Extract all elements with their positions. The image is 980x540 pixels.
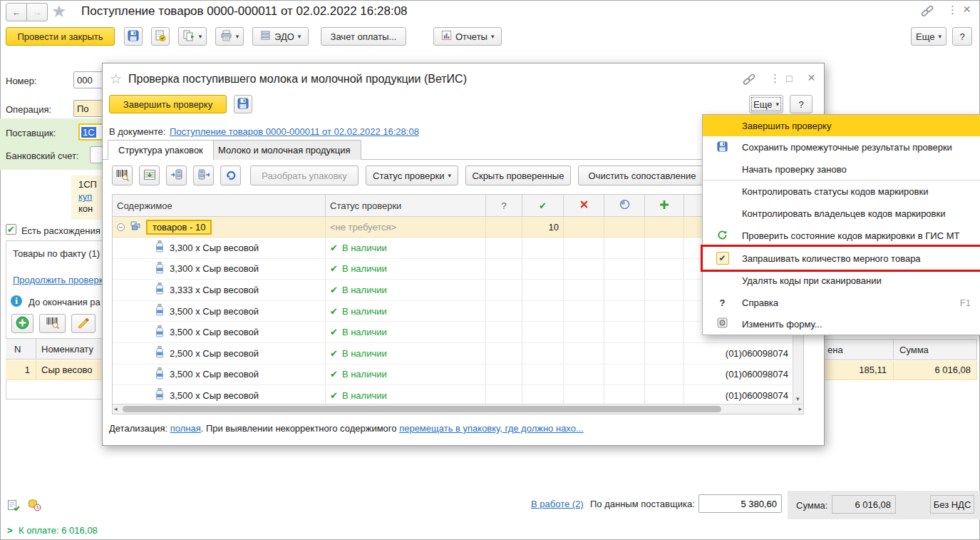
column-header-checked[interactable]: ✔ [522, 195, 564, 216]
column-header-check-status[interactable]: Статус проверки [326, 195, 486, 216]
kebab-menu-icon[interactable]: ⋮ [947, 4, 958, 15]
post-and-close-button[interactable]: Провести и закрыть [6, 27, 115, 46]
post-document-button[interactable] [151, 27, 170, 46]
menu-item-help[interactable]: ? Справка F1 [703, 292, 980, 313]
detail-prefix: Детализация: [109, 423, 167, 434]
menu-item-finish-check[interactable]: Завершить проверку [703, 115, 980, 136]
payment-offset-button[interactable]: Зачет оплаты... [321, 27, 406, 46]
save-button[interactable] [124, 27, 143, 46]
print-button[interactable]: ▾ [215, 27, 244, 46]
to-pay-total[interactable]: К оплате: 6 016,08 [19, 525, 98, 536]
check-icon: ✔ [330, 306, 338, 317]
scan-barcode-button[interactable] [39, 314, 66, 333]
row-empty-cell [604, 365, 645, 385]
modal-scan-barcode-button[interactable] [112, 165, 133, 185]
modal-save-button[interactable] [234, 95, 252, 113]
check-icon: ✔ [330, 369, 338, 379]
edit-row-button[interactable] [71, 314, 96, 333]
menu-item-control-code-owners[interactable]: Контролировать владельцев кодов маркиров… [703, 203, 980, 225]
modal-get-link-icon[interactable] [741, 71, 759, 90]
bottle-icon [155, 388, 164, 402]
edo-button[interactable]: ЭДО ▾ [252, 27, 309, 46]
row-code-cell: (01)060098074 [684, 385, 793, 406]
package-row[interactable]: 3,500 x Сыр весовой✔В наличии [113, 301, 793, 322]
back-button[interactable]: ← [6, 3, 27, 21]
package-row[interactable]: 2,500 x Сыр весовой✔В наличии(01)0600980… [113, 343, 793, 365]
modal-close-icon[interactable]: × [808, 71, 815, 84]
package-row[interactable]: 3,500 x Сыр весовой✔В наличии [113, 322, 793, 343]
forward-button[interactable]: → [27, 3, 48, 21]
modal-maximize-icon[interactable]: □ [786, 73, 792, 83]
modal-more-button[interactable]: Еще▾ [749, 95, 783, 113]
package-row[interactable]: 3,300 x Сыр весовой✔В наличии [113, 238, 793, 259]
tab-milk-products[interactable]: Молоко и молочная продукция [207, 140, 361, 160]
column-header-content[interactable]: Содержимое [113, 195, 326, 216]
finish-check-button[interactable]: Завершить проверку [109, 95, 227, 113]
menu-item-save-intermediate[interactable]: Сохранить промежуточные результаты прове… [703, 136, 980, 158]
goods-table-row[interactable]: 1 Сыр весово [6, 360, 103, 380]
column-header-extra[interactable] [645, 195, 684, 216]
main-more-button[interactable]: Еще▾ [911, 27, 947, 46]
scroll-left-icon[interactable]: ◂ [114, 405, 118, 412]
row-status: В наличии [342, 243, 387, 253]
package-row[interactable]: 3,333 x Сыр весовой✔В наличии [113, 280, 793, 301]
check-status-filter-button[interactable]: Статус проверки▾ [366, 165, 458, 185]
package-row[interactable]: 3,500 x Сыр весовой✔В наличии(01)0600980… [113, 365, 793, 386]
menu-item-check-codes-gismt[interactable]: Проверить состояние кодов маркировки в Г… [703, 225, 980, 247]
discrepancies-checkbox[interactable]: ✔ [6, 224, 16, 235]
goods-tab-label[interactable]: Товары по факту (1) [13, 248, 100, 259]
group-label-selected-cell[interactable]: товаров - 10 [146, 220, 212, 235]
doc-check-icon[interactable] [7, 499, 20, 514]
row-empty-cell [486, 385, 522, 406]
main-help-button[interactable]: ? [952, 27, 972, 46]
column-header-failed[interactable] [564, 195, 604, 216]
refresh-button[interactable] [220, 165, 241, 185]
row-empty-cell [522, 322, 564, 342]
favorite-star-icon[interactable]: ★ [51, 1, 67, 21]
hide-checked-button[interactable]: Скрыть проверенные [465, 165, 571, 185]
collapse-icon[interactable]: − [117, 223, 125, 231]
detail-level-link[interactable]: полная [170, 423, 201, 434]
menu-item-change-form[interactable]: Изменить форму... [703, 313, 980, 335]
add-row-button[interactable] [11, 314, 33, 333]
goods-table-row-right[interactable]: 185,11 6 016,08 [825, 361, 977, 380]
package-group-row[interactable]: − товаров - 10 <не требуется> 10 [113, 217, 793, 238]
to-pay-chevron-icon[interactable]: > [7, 525, 13, 536]
row-name: 2,500 x Сыр весовой [170, 348, 259, 359]
modal-kebab-menu-icon[interactable]: ⋮ [770, 73, 780, 83]
menu-item-request-quantity[interactable]: ✔ Запрашивать количество мерного товара [703, 247, 980, 270]
package-row[interactable]: 3,300 x Сыр весовой✔В наличии [113, 259, 793, 280]
detail-note: Детализация: полная. При выявлении некор… [109, 423, 584, 434]
tab-package-structure[interactable]: Структура упаковок [108, 140, 214, 160]
column-header-price-partial: ена [827, 345, 843, 355]
get-link-icon[interactable] [919, 3, 937, 21]
coins-clock-icon[interactable] [27, 499, 41, 514]
horizontal-scrollbar-thumb[interactable] [123, 406, 721, 412]
scroll-right-icon[interactable]: ▸ [798, 405, 802, 412]
by-supplier-input[interactable] [698, 494, 782, 513]
menu-item-delete-codes-on-scan[interactable]: Удалять коды при сканировании [703, 270, 980, 292]
load-table-button[interactable] [139, 165, 160, 185]
move-to-package-link[interactable]: перемещать в упаковку, где должно нахо..… [399, 423, 584, 434]
horizontal-scrollbar[interactable]: ◂ ▸ [113, 404, 803, 414]
in-progress-link[interactable]: В работе (2) [531, 499, 584, 509]
reports-button[interactable]: Отчеты ▾ [433, 27, 502, 46]
create-based-on-button[interactable]: ▾ [178, 27, 207, 46]
bottle-icon [155, 262, 164, 276]
get-from-terminal-button[interactable] [193, 165, 214, 185]
modal-help-button[interactable]: ? [790, 95, 813, 113]
close-window-icon[interactable]: × [963, 2, 971, 16]
modal-favorite-star-icon[interactable]: ☆ [110, 71, 122, 87]
chevron-down-icon: ▾ [199, 34, 202, 40]
send-to-terminal-button[interactable] [166, 165, 187, 185]
document-link[interactable]: Поступление товаров 0000-000011 от 02.02… [170, 126, 419, 137]
row-status-cell: ✔В наличии [326, 343, 486, 364]
scroll-down-icon[interactable]: ▾ [796, 396, 800, 402]
column-header-partial[interactable] [604, 195, 645, 216]
continue-check-link[interactable]: Продолжить проверк [13, 275, 103, 285]
row-content-cell: 3,500 x Сыр весовой [113, 365, 326, 385]
clear-matching-button[interactable]: Очистить сопоставление [578, 165, 706, 185]
column-header-question[interactable]: ? [486, 195, 522, 216]
menu-item-control-code-statuses[interactable]: Контролировать статусы кодов маркировки [703, 180, 980, 203]
menu-item-restart-check[interactable]: Начать проверку заново [703, 158, 980, 180]
